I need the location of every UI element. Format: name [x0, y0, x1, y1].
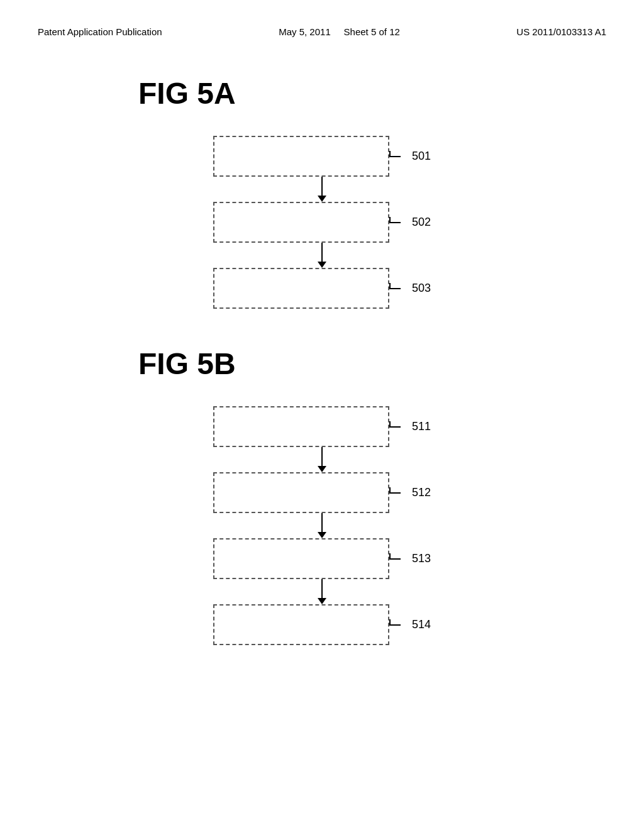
step-label-501: 501 [412, 150, 431, 163]
flow-box-501 [213, 136, 389, 177]
flow-step-514: 514 [213, 604, 431, 645]
flow-box-513 [213, 538, 389, 579]
bracket-hook-501 [389, 156, 401, 157]
step-label-513: 513 [412, 552, 431, 565]
label-511: 511 [389, 420, 431, 433]
label-503: 503 [389, 282, 431, 295]
connector-513-514 [318, 579, 326, 604]
connector-arrow [318, 262, 326, 268]
flow-box-503 [213, 268, 389, 309]
flowchart-5a: 501 502 [213, 136, 431, 309]
date-sheet: May 5, 2011 Sheet 5 of 12 [279, 25, 400, 38]
figure-5a-title: FIG 5A [138, 76, 236, 111]
flow-box-502 [213, 202, 389, 243]
patent-number: US 2011/0103313 A1 [516, 25, 606, 38]
flow-box-514 [213, 604, 389, 645]
flow-step-512: 512 [213, 472, 431, 513]
figure-5a-section: FIG 5A 501 [38, 76, 606, 309]
connector-line [321, 447, 323, 466]
connector-line [321, 579, 323, 598]
step-label-511: 511 [412, 420, 431, 433]
bracket-hook-513 [389, 558, 401, 560]
connector-arrow [318, 598, 326, 604]
step-label-502: 502 [412, 216, 431, 229]
connector-502-503 [318, 243, 326, 268]
publication-date: May 5, 2011 [279, 26, 331, 37]
publication-title: Patent Application Publication [38, 25, 162, 38]
flow-box-512 [213, 472, 389, 513]
connector-arrow [318, 532, 326, 538]
flow-box-511 [213, 406, 389, 447]
connector-501-502 [318, 177, 326, 202]
connector-511-512 [318, 447, 326, 472]
label-512: 512 [389, 486, 431, 499]
bracket-hook-512 [389, 492, 401, 494]
label-514: 514 [389, 618, 431, 631]
sheet-info: Sheet 5 of 12 [344, 26, 400, 37]
connector-arrow [318, 196, 326, 202]
flow-step-501: 501 [213, 136, 431, 177]
connector-line [321, 243, 323, 262]
connector-line [321, 513, 323, 532]
flowchart-5b: 511 512 [213, 406, 431, 645]
flow-step-502: 502 [213, 202, 431, 243]
bracket-hook-514 [389, 624, 401, 626]
page: Patent Application Publication May 5, 20… [0, 0, 644, 830]
bracket-hook-503 [389, 288, 401, 289]
connector-line [321, 177, 323, 196]
step-label-503: 503 [412, 282, 431, 295]
page-header: Patent Application Publication May 5, 20… [38, 25, 606, 38]
bracket-hook-511 [389, 426, 401, 428]
flow-step-511: 511 [213, 406, 431, 447]
figure-5b-section: FIG 5B 511 [38, 346, 606, 645]
label-502: 502 [389, 216, 431, 229]
step-label-514: 514 [412, 618, 431, 631]
step-label-512: 512 [412, 486, 431, 499]
bracket-hook-502 [389, 222, 401, 223]
connector-512-513 [318, 513, 326, 538]
flow-step-503: 503 [213, 268, 431, 309]
label-513: 513 [389, 552, 431, 565]
main-content: FIG 5A 501 [38, 64, 606, 683]
connector-arrow [318, 466, 326, 472]
flow-step-513: 513 [213, 538, 431, 579]
figure-5b-title: FIG 5B [138, 346, 236, 381]
label-501: 501 [389, 150, 431, 163]
